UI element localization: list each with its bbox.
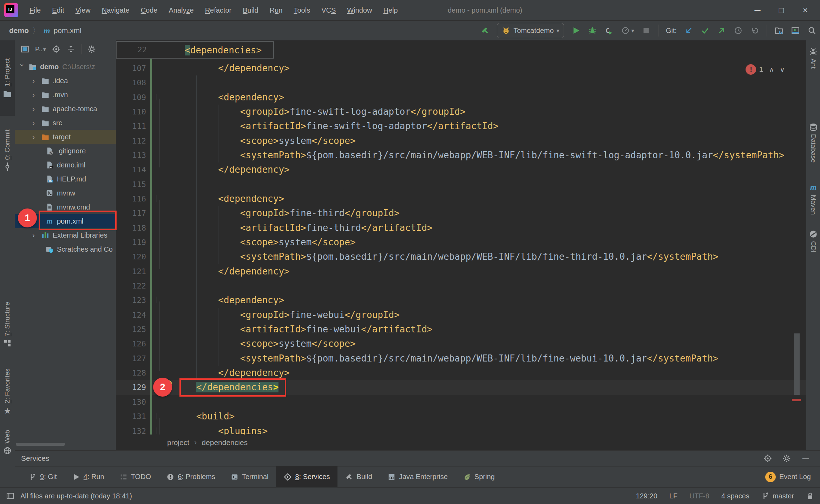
fold-marker-icon[interactable] — [157, 413, 157, 419]
code-line[interactable]: <scope>system</scope> — [174, 337, 356, 351]
git-rollback-button[interactable] — [750, 26, 759, 35]
bottom-tab-spring[interactable]: Spring — [455, 466, 503, 487]
code-line[interactable]: <groupId>fine-swift-log-adaptor</groupId… — [174, 105, 466, 119]
menu-file[interactable]: File — [25, 4, 45, 16]
code-line[interactable]: <systemPath>${pom.basedir}/src/main/weba… — [174, 351, 719, 366]
status-widget-utf-8[interactable]: UTF-8 — [689, 492, 709, 500]
bottom-tab-java-enterprise[interactable]: Java Enterprise — [380, 466, 455, 487]
code-line[interactable]: </dependency> — [174, 264, 290, 279]
code-line[interactable]: <scope>system</scope> — [174, 235, 356, 250]
fold-marker-icon[interactable] — [157, 427, 157, 434]
line-number[interactable]: 123 — [116, 296, 146, 305]
status-widget-4-spaces[interactable]: 4 spaces — [721, 492, 749, 500]
code-line[interactable]: <systemPath>${pom.basedir}/src/main/weba… — [174, 148, 785, 163]
bottom-tab-6-problems[interactable]: 6: Problems — [159, 466, 223, 487]
project-structure-icon[interactable] — [774, 26, 783, 35]
menu-view[interactable]: View — [71, 4, 95, 16]
toolwindow-tab-0-commit[interactable]: 0: Commit — [0, 120, 15, 180]
line-number[interactable]: 127 — [116, 354, 146, 363]
status-message[interactable]: All files are up-to-date (today 18:41) — [20, 492, 132, 500]
line-number[interactable]: 108 — [116, 78, 146, 87]
line-number[interactable]: 124 — [116, 311, 146, 319]
line-number[interactable]: 128 — [116, 369, 146, 377]
line-number[interactable]: 107 — [116, 64, 146, 73]
gear-icon[interactable] — [87, 45, 96, 54]
breadcrumb-project-tag[interactable]: project — [167, 438, 189, 447]
tree-item-demo-iml[interactable]: demo.iml — [15, 158, 116, 172]
line-number[interactable]: 120 — [116, 252, 146, 261]
line-number[interactable]: 118 — [116, 224, 146, 232]
debug-button[interactable] — [588, 26, 597, 35]
run-window-icon[interactable] — [791, 26, 800, 35]
code-line[interactable]: <systemPath>${pom.basedir}/src/main/weba… — [174, 250, 719, 264]
code-line[interactable]: </dependency> — [174, 61, 290, 75]
menu-tools[interactable]: Tools — [289, 4, 314, 16]
line-number[interactable]: 119 — [116, 238, 146, 247]
toolwindow-tab-cdi[interactable]: CDI — [806, 230, 820, 253]
code-line[interactable]: <artifactId>fine-swift-log-adaptor</arti… — [174, 119, 499, 133]
git-commit-button[interactable] — [701, 26, 710, 35]
tree-item-mvnw[interactable]: mvnw — [15, 186, 116, 200]
status-widget-lf[interactable]: LF — [669, 492, 677, 500]
tree-item--gitignore[interactable]: .gitignore — [15, 144, 116, 158]
fold-marker-icon[interactable] — [157, 297, 157, 303]
line-number[interactable]: 113 — [116, 151, 146, 160]
toolwindow-tab-7-structure[interactable]: 7: Structure — [0, 298, 15, 351]
breadcrumb-project[interactable]: demo — [9, 26, 29, 35]
code-line[interactable]: <artifactId>fine-webui</artifactId> — [174, 322, 433, 337]
line-number[interactable]: 129 — [116, 383, 146, 392]
code-line[interactable]: </dependency> — [174, 163, 290, 177]
code-line[interactable]: <dependency> — [174, 293, 284, 307]
chevron-down-icon[interactable]: › — [18, 64, 27, 69]
status-widget-master[interactable]: master — [761, 492, 794, 500]
line-number[interactable]: 130 — [116, 398, 146, 406]
toolwindow-tab-ant[interactable]: Ant — [806, 47, 820, 69]
line-number[interactable]: 131 — [116, 412, 146, 421]
run-config-selector[interactable]: Tomcatdemo ▾ — [497, 23, 564, 38]
menu-vcs[interactable]: VCS — [317, 4, 340, 16]
bottom-tab-9-git[interactable]: 9: Git — [21, 466, 65, 487]
git-push-button[interactable] — [717, 26, 726, 35]
line-number[interactable]: 112 — [116, 137, 146, 145]
line-number[interactable]: 109 — [116, 93, 146, 102]
tree-item-demo[interactable]: ›demoC:\Users\z — [15, 60, 116, 74]
run-button[interactable] — [571, 26, 580, 35]
git-history-button[interactable] — [734, 26, 743, 35]
close-button[interactable]: × — [793, 0, 817, 20]
gear-icon[interactable] — [782, 454, 791, 463]
profiler-button[interactable] — [621, 26, 630, 35]
line-number[interactable]: 116 — [116, 194, 146, 203]
tree-item-apache-tomca[interactable]: ›apache-tomca — [15, 102, 116, 116]
bottom-tab-8-services[interactable]: 8: Services — [276, 466, 337, 487]
build-hammer-icon[interactable] — [480, 26, 490, 35]
bottom-tab-4-run[interactable]: 4: Run — [65, 466, 112, 487]
code-line[interactable]: </dependency> — [174, 366, 290, 380]
line-number[interactable]: 117 — [116, 209, 146, 218]
chevron-right-icon[interactable]: › — [32, 91, 38, 99]
maximize-button[interactable]: □ — [769, 0, 793, 20]
toolwindow-tab-web[interactable]: Web — [0, 426, 15, 459]
breadcrumb-file[interactable]: pom.xml — [54, 26, 81, 35]
tree-item-src[interactable]: ›src — [15, 116, 116, 130]
toolwindow-tab-2-favorites[interactable]: 2: Favorites★ — [0, 365, 15, 419]
tree-item--idea[interactable]: ›.idea — [15, 74, 116, 88]
search-everywhere-icon[interactable] — [807, 26, 816, 35]
chevron-right-icon[interactable]: › — [32, 105, 38, 113]
line-number[interactable]: 125 — [116, 325, 146, 334]
fold-marker-icon[interactable] — [157, 195, 157, 202]
tree-item-scratches-and-co[interactable]: Scratches and Co — [15, 242, 116, 256]
line-number[interactable]: 111 — [116, 122, 146, 131]
bottom-tab-todo[interactable]: TODO — [112, 466, 159, 487]
line-number[interactable]: 122 — [116, 281, 146, 290]
code-line[interactable]: <build> — [174, 409, 235, 424]
menu-build[interactable]: Build — [238, 4, 262, 16]
horizontal-scrollbar[interactable] — [16, 443, 65, 446]
collapse-all-icon[interactable] — [66, 45, 76, 54]
status-widget-lock[interactable] — [806, 492, 814, 500]
chevron-right-icon[interactable]: › — [32, 133, 38, 141]
code-line[interactable]: <scope>system</scope> — [174, 134, 356, 148]
prev-error-icon[interactable]: ∧ — [769, 65, 774, 74]
editor-scrollbar[interactable] — [794, 333, 800, 395]
line-number[interactable]: 132 — [116, 427, 146, 436]
chevron-right-icon[interactable]: › — [32, 77, 38, 85]
